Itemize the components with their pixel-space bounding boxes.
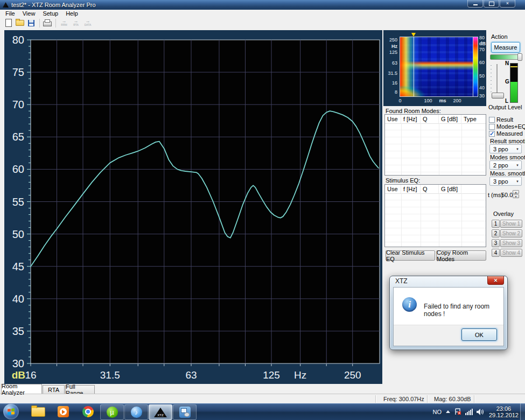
result-smooth-select[interactable]: 3 ppo ▼ <box>489 144 522 153</box>
column-header[interactable]: Use <box>385 115 401 123</box>
overlay-show4-button[interactable]: Show 4 <box>500 249 522 257</box>
dialog-body: i Failed to find any room nodes ! OK <box>393 287 504 346</box>
taskbar-xtz-button[interactable]: XTZ <box>149 404 172 420</box>
dialog-close-button[interactable]: ✕ <box>487 276 504 285</box>
svg-text:55: 55 <box>12 196 24 208</box>
column-header[interactable]: G [dB] <box>439 185 461 193</box>
tab-room-analyzer[interactable]: Room Analyzer <box>1 384 42 394</box>
action-title: Action <box>491 33 508 40</box>
maximize-button[interactable] <box>484 0 499 8</box>
export-rta-button[interactable]: → RTA <box>70 18 82 28</box>
overlay-show3-button[interactable]: Show 3 <box>500 239 522 247</box>
checkbox-measured[interactable]: Measured <box>489 130 523 137</box>
column-header[interactable]: G [dB] <box>439 115 461 123</box>
overlay-2-button[interactable]: 2 <box>492 229 500 237</box>
save-button[interactable] <box>26 18 37 28</box>
language-indicator[interactable]: NO <box>432 409 442 415</box>
output-level-label: Output Level <box>488 104 522 110</box>
measure-button[interactable]: Measure <box>491 42 520 53</box>
column-header[interactable]: f [Hz] <box>401 185 421 193</box>
column-header[interactable]: Q <box>421 115 439 123</box>
column-header[interactable]: Use <box>385 185 401 193</box>
tray-clock[interactable]: 23:06 29.12.2012 <box>489 405 519 418</box>
column-header[interactable]: f [Hz] <box>401 115 421 123</box>
menu-help[interactable]: Help <box>62 10 82 17</box>
column-header[interactable]: Q <box>421 185 439 193</box>
print-button[interactable] <box>42 18 53 28</box>
result-smooth-label: Result smooth: <box>490 138 525 144</box>
checkbox-box[interactable] <box>489 124 495 130</box>
new-file-button[interactable] <box>3 18 14 28</box>
output-level-bar[interactable] <box>490 54 522 60</box>
app-icon <box>3 2 9 8</box>
clear-stimulus-eq-button[interactable]: Clear Stimulus EQ <box>386 250 435 261</box>
start-button[interactable] <box>3 404 19 419</box>
chrome-icon <box>82 406 94 417</box>
checkbox-modes-eq[interactable]: Modes+EQ <box>489 123 525 130</box>
overlay-1-button[interactable]: 1 <box>492 220 500 228</box>
column-header[interactable]: Type <box>461 115 486 123</box>
frequency-response-chart[interactable]: 30354045505560657075801631.563125250dBHz <box>4 30 382 384</box>
found-room-modes-table[interactable]: Use f [Hz] Q G [dB] Type <box>384 114 486 176</box>
spectrogram-marker-icon[interactable] <box>411 33 416 37</box>
svg-text:60: 60 <box>12 163 24 175</box>
action-center-flag-icon[interactable] <box>454 408 461 415</box>
taskbar-chrome-button[interactable] <box>76 404 99 419</box>
tab-full-range[interactable]: Full Range <box>65 385 95 394</box>
overlay-show2-button[interactable]: Show 2 <box>500 229 522 237</box>
output-slider-track[interactable] <box>496 64 498 95</box>
spin-down-icon[interactable]: ▼ <box>513 194 519 198</box>
taskbar-media-player-button[interactable] <box>52 404 74 419</box>
checkbox-box[interactable] <box>489 117 495 123</box>
show-desktop-button[interactable] <box>520 403 525 420</box>
t-ms-spinner[interactable]: ▲ ▼ <box>513 190 519 199</box>
taskbar-utorrent-button[interactable]: µ <box>100 404 124 420</box>
volume-icon[interactable] <box>477 409 484 415</box>
modes-smooth-select[interactable]: 2 ppo ▼ <box>489 160 522 170</box>
ok-button[interactable]: OK <box>461 328 497 341</box>
found-room-modes-label: Found Room Modes: <box>386 108 441 114</box>
network-icon[interactable] <box>465 409 473 415</box>
utorrent-icon: µ <box>107 407 118 418</box>
close-button[interactable]: × <box>500 0 515 8</box>
meter-label-l: L <box>505 98 508 104</box>
spectrogram-plot[interactable] <box>400 37 475 97</box>
meas-smooth-label: Meas. smooth: <box>490 170 525 177</box>
overlay-3-button[interactable]: 3 <box>492 239 500 247</box>
meas-smooth-select[interactable]: 3 ppo ▼ <box>489 177 522 186</box>
stimulus-eq-table[interactable]: Use f [Hz] Q G [dB] <box>384 184 486 247</box>
checkbox-box[interactable] <box>489 131 495 137</box>
screen: test2* - XTZ Room Analyzer Pro × File Vi… <box>0 0 525 420</box>
spin-up-icon[interactable]: ▲ <box>513 190 519 194</box>
checkbox-result[interactable]: Result <box>489 116 513 123</box>
menu-file[interactable]: File <box>2 10 19 17</box>
taskbar-settings-button[interactable] <box>173 404 197 420</box>
colorbar-tick: 50 <box>479 73 485 79</box>
svg-text:45: 45 <box>12 261 24 272</box>
minimize-button[interactable] <box>467 0 483 8</box>
taskbar-explorer-button[interactable] <box>27 404 50 419</box>
menu-setup[interactable]: Setup <box>39 10 62 17</box>
meter-green-zone <box>510 82 517 102</box>
svg-text:65: 65 <box>12 131 24 143</box>
taskbar-itunes-button[interactable]: ♪ <box>124 404 148 420</box>
status-frequency: Freq: 300.07Hz <box>383 396 424 402</box>
overlay-4-button[interactable]: 4 <box>492 249 500 257</box>
menu-view[interactable]: View <box>19 10 39 17</box>
toolbar-separator <box>55 19 56 27</box>
checkbox-label: Measured <box>496 130 523 137</box>
svg-text:35: 35 <box>12 325 24 337</box>
export-rrm-button[interactable]: → RRM <box>58 18 70 28</box>
open-file-button[interactable] <box>15 18 25 28</box>
output-slider-handle[interactable] <box>492 93 504 99</box>
overlay-show1-button[interactable]: Show 1 <box>500 220 522 228</box>
tray-expand-icon[interactable] <box>445 410 451 414</box>
t-ms-value[interactable]: 50.0 <box>501 192 513 198</box>
copy-room-modes-button[interactable]: Copy Room Modes <box>436 250 486 261</box>
output-level-handle[interactable] <box>517 53 522 61</box>
tab-rta[interactable]: RTA <box>43 385 65 394</box>
title-bar: test2* - XTZ Room Analyzer Pro × <box>0 0 525 10</box>
checkbox-label: Modes+EQ <box>496 123 525 130</box>
table-body <box>385 123 486 175</box>
export-data-button[interactable]: → DATA <box>82 18 94 28</box>
